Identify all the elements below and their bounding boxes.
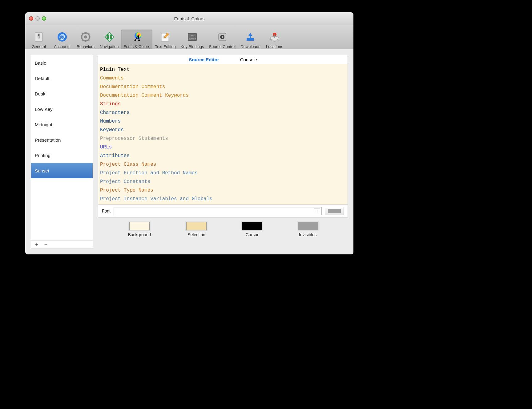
navigation-icon <box>103 31 115 43</box>
category-row[interactable]: Numbers <box>100 117 346 126</box>
svg-text:alt: alt <box>191 34 193 37</box>
svg-rect-2 <box>38 34 39 36</box>
preferences-window: Fonts & Colors General@AccountsBehaviors… <box>25 12 353 254</box>
close-icon[interactable] <box>29 16 33 21</box>
selection-label: Selection <box>187 232 205 237</box>
toolbar-item-label: Source Control <box>209 44 236 49</box>
invisibles-color-well[interactable] <box>298 222 318 230</box>
toolbar-item-navigation[interactable]: Navigation <box>97 30 121 50</box>
window-title: Fonts & Colors <box>25 16 353 21</box>
general-icon <box>33 31 45 43</box>
font-name-field[interactable]: T <box>114 207 322 215</box>
toolbar-item-general[interactable]: General <box>27 30 50 50</box>
theme-item-presentation[interactable]: Presentation <box>31 132 93 148</box>
theme-item-basic[interactable]: Basic <box>31 55 93 71</box>
category-row[interactable]: Project Function and Method Names <box>100 169 346 177</box>
cursor-label: Cursor <box>246 232 259 237</box>
tab-console[interactable]: Console <box>239 56 258 63</box>
theme-item-dusk[interactable]: Dusk <box>31 86 93 101</box>
category-row[interactable]: Attributes <box>100 152 346 160</box>
toolbar-item-label: Accounts <box>54 44 70 49</box>
remove-theme-button[interactable]: − <box>43 241 48 248</box>
main-panel: Source Editor Console Plain TextComments… <box>98 55 348 249</box>
toolbar-item-label: Key Bindings <box>181 44 204 49</box>
locations-icon <box>268 31 281 43</box>
selection-swatch-col: Selection <box>186 222 207 237</box>
toolbar-item-label: Navigation <box>100 44 119 49</box>
font-picker-icon[interactable]: T <box>314 208 320 214</box>
category-row[interactable]: Project Constants <box>100 177 346 186</box>
toolbar-item-label: Text Editing <box>155 44 175 49</box>
category-row[interactable]: Keywords <box>100 126 346 134</box>
category-row[interactable]: URLs <box>100 143 346 152</box>
background-color-well[interactable] <box>129 222 150 230</box>
theme-item-low-key[interactable]: Low Key <box>31 101 93 117</box>
toolbar-item-downloads[interactable]: Downloads <box>238 30 263 50</box>
category-row[interactable]: Project Type Names <box>100 186 346 195</box>
theme-item-sunset[interactable]: Sunset <box>31 163 93 178</box>
toolbar-item-text-editing[interactable]: Text Editing <box>152 30 178 50</box>
key-bindings-icon: altoption <box>186 31 199 43</box>
invisibles-swatch-col: Invisibles <box>298 222 318 237</box>
zoom-icon[interactable] <box>42 16 46 21</box>
theme-item-default[interactable]: Default <box>31 71 93 86</box>
theme-list[interactable]: BasicDefaultDuskLow KeyMidnightPresentat… <box>31 55 93 240</box>
theme-list-footer: + − <box>31 240 93 249</box>
toolbar-item-label: General <box>32 44 46 49</box>
svg-point-14 <box>84 35 87 38</box>
background-label: Background <box>128 232 151 237</box>
cursor-color-well[interactable] <box>242 222 262 230</box>
category-row[interactable]: Project Class Names <box>100 160 346 169</box>
category-row[interactable]: Documentation Comment Keywords <box>100 91 346 100</box>
text-color-swatch <box>328 209 341 213</box>
theme-sidebar: BasicDefaultDuskLow KeyMidnightPresentat… <box>31 55 93 249</box>
text-color-well[interactable] <box>325 207 344 215</box>
svg-rect-37 <box>274 34 275 38</box>
source-control-icon <box>216 31 228 43</box>
toolbar-item-label: Locations <box>266 44 283 49</box>
category-row[interactable]: Documentation Comments <box>100 83 346 91</box>
fonts-colors-icon: A <box>131 31 143 43</box>
toolbar-item-locations[interactable]: Locations <box>263 30 286 50</box>
background-swatch-col: Background <box>128 222 151 237</box>
category-row[interactable]: Plain Text <box>100 65 346 74</box>
theme-item-printing[interactable]: Printing <box>31 148 93 163</box>
svg-marker-33 <box>248 33 252 38</box>
editor-box: Source Editor Console Plain TextComments… <box>98 55 348 217</box>
svg-text:A: A <box>134 33 140 43</box>
window-controls <box>29 16 46 21</box>
svg-rect-31 <box>222 36 223 38</box>
content-area: BasicDefaultDuskLow KeyMidnightPresentat… <box>25 49 353 254</box>
minimize-icon[interactable] <box>35 16 40 21</box>
toolbar-item-source-control[interactable]: Source Control <box>207 30 238 50</box>
svg-text:@: @ <box>59 33 65 40</box>
cursor-swatch-col: Cursor <box>242 222 262 237</box>
text-editing-icon <box>159 31 171 43</box>
svg-rect-32 <box>247 38 254 41</box>
accounts-icon: @ <box>56 31 68 43</box>
font-label: Font <box>102 209 111 213</box>
downloads-icon <box>244 31 256 43</box>
category-row[interactable]: Preprocessor Statements <box>100 134 346 143</box>
toolbar: General@AccountsBehaviorsNavigationAFont… <box>25 25 353 51</box>
svg-text:option: option <box>189 37 196 40</box>
category-row[interactable]: Comments <box>100 74 346 83</box>
toolbar-item-key-bindings[interactable]: altoptionKey Bindings <box>178 30 207 50</box>
toolbar-item-accounts[interactable]: @Accounts <box>50 30 74 50</box>
selection-color-well[interactable] <box>186 222 207 230</box>
toolbar-item-behaviors[interactable]: Behaviors <box>74 30 97 50</box>
category-row[interactable]: Project Instance Variables and Globals <box>100 195 346 203</box>
category-row[interactable]: Characters <box>100 108 346 117</box>
color-swatches: Background Selection Cursor Invisibles <box>98 222 348 237</box>
category-list[interactable]: Plain TextCommentsDocumentation Comments… <box>98 64 348 204</box>
behaviors-icon <box>79 31 92 43</box>
add-theme-button[interactable]: + <box>34 241 39 248</box>
toolbar-item-fonts-colors[interactable]: AFonts & Colors <box>121 30 152 50</box>
title-bar: Fonts & Colors <box>25 12 353 25</box>
font-row: Font T <box>98 204 348 217</box>
theme-item-midnight[interactable]: Midnight <box>31 117 93 132</box>
toolbar-item-label: Downloads <box>240 44 260 49</box>
tab-source-editor[interactable]: Source Editor <box>187 56 220 63</box>
category-row[interactable]: Strings <box>100 100 346 108</box>
toolbar-item-label: Fonts & Colors <box>123 44 150 49</box>
